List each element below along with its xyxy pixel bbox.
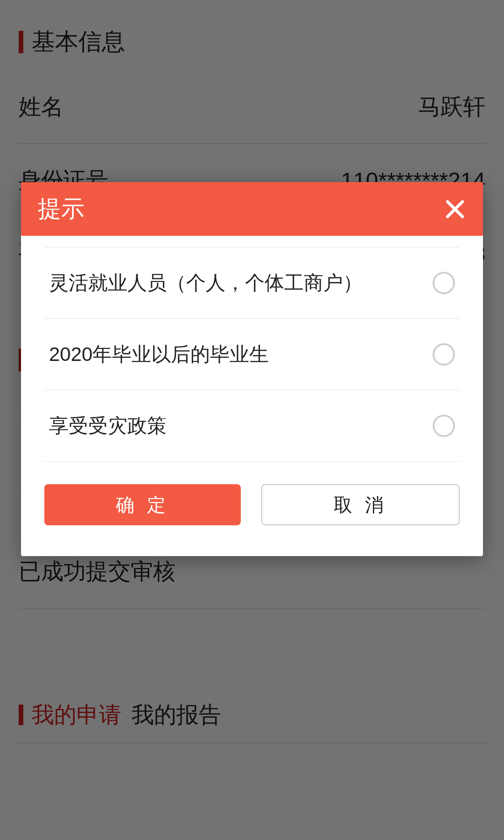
radio-icon[interactable]	[433, 272, 455, 294]
option-label: 享受受灾政策	[49, 413, 167, 439]
option-row-1[interactable]: 灵活就业人员（个人，个体工商户）	[44, 247, 460, 319]
option-row-2[interactable]: 2020年毕业以后的毕业生	[44, 319, 460, 390]
modal-body: 灵活就业人员（个人，个体工商户） 2020年毕业以后的毕业生 享受受灾政策	[21, 236, 483, 467]
close-icon[interactable]	[444, 198, 466, 220]
modal-overlay[interactable]: 提示 灵活就业人员（个人，个体工商户） 2020年毕业以后的毕业生 享受受灾政策…	[0, 0, 504, 840]
option-label: 灵活就业人员（个人，个体工商户）	[49, 270, 363, 296]
modal-footer: 确 定 取 消	[21, 467, 483, 556]
radio-icon[interactable]	[433, 343, 455, 366]
cancel-button[interactable]: 取 消	[261, 484, 460, 525]
option-row-3[interactable]: 享受受灾政策	[44, 390, 460, 462]
modal-title: 提示	[38, 193, 84, 225]
modal-dialog: 提示 灵活就业人员（个人，个体工商户） 2020年毕业以后的毕业生 享受受灾政策…	[21, 182, 483, 556]
option-label: 2020年毕业以后的毕业生	[49, 341, 269, 367]
confirm-button[interactable]: 确 定	[44, 484, 241, 525]
radio-icon[interactable]	[433, 415, 455, 437]
modal-header: 提示	[21, 182, 483, 236]
